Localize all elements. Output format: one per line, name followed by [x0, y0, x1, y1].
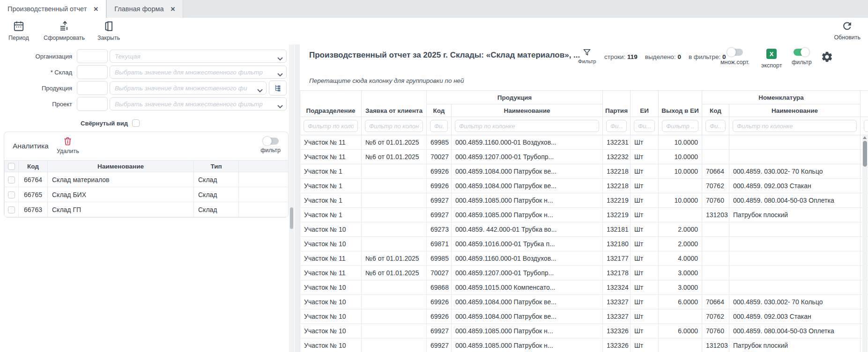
organization-input[interactable]: [110, 50, 287, 63]
chevron-down-icon[interactable]: [277, 70, 283, 79]
tab-production-report[interactable]: Производственный отчет ✕: [0, 0, 106, 18]
project-code-input[interactable]: [77, 97, 108, 111]
column-header-pcode[interactable]: Код: [427, 104, 452, 117]
filter-input-unit[interactable]: [634, 120, 655, 132]
column-header-pname[interactable]: Наименование: [452, 104, 603, 117]
column-header-unit[interactable]: ЕИ: [631, 91, 659, 117]
report-row[interactable]: Участок № 1069926000.4859.1084.000 Патру…: [300, 295, 868, 309]
report-row[interactable]: Участок № 169926000.4859.1084.000 Патруб…: [300, 164, 868, 179]
report-row[interactable]: Участок № 1069927000.4859.1085.000 Патру…: [300, 338, 868, 352]
report-row[interactable]: Участок № 169927000.4859.1085.000 Патруб…: [300, 193, 868, 208]
excel-export-icon[interactable]: X: [766, 49, 777, 59]
column-header-name[interactable]: Наименование: [48, 161, 194, 172]
column-header-ncode[interactable]: Код: [702, 104, 729, 117]
cell-order: [362, 179, 427, 193]
report-scrollbar[interactable]: [862, 134, 868, 352]
report-row[interactable]: Участок № 1069927000.4859.1085.000 Патру…: [300, 324, 868, 338]
column-header-batch[interactable]: Партия: [603, 91, 631, 117]
cell-ncode: [702, 266, 729, 280]
report-row[interactable]: Участок № 11№6 от 01.01.202569985000.485…: [300, 135, 868, 150]
report-row[interactable]: Участок № 11№6 от 01.01.202570027000.485…: [300, 266, 868, 280]
column-header-order[interactable]: Заявка от клиента: [362, 91, 427, 117]
column-header-dept[interactable]: Подразделение: [300, 91, 362, 117]
delete-button[interactable]: Удалить: [57, 136, 79, 154]
scrollbar-thumb[interactable]: [290, 207, 293, 229]
filter-input-extra[interactable]: [864, 120, 868, 132]
chevron-down-icon[interactable]: [277, 102, 283, 110]
cell-nname: 000.4859. 080.004-50-03 Оплетка: [729, 324, 861, 338]
filter-input-batch[interactable]: [606, 120, 627, 132]
close-tab-icon[interactable]: ✕: [171, 6, 176, 13]
chevron-down-icon[interactable]: [257, 86, 263, 95]
tab-main-form[interactable]: Главная форма ✕: [106, 0, 183, 18]
analytics-row[interactable]: 66763Склад ГПСклад: [5, 202, 289, 217]
report-row[interactable]: Участок № 1069273000.4859. 442.000-01 Тр…: [300, 222, 868, 237]
analytics-row[interactable]: 66764Склад материаловСклад: [5, 172, 289, 187]
organization-code-input[interactable]: [77, 49, 108, 63]
report-row[interactable]: Участок № 11№6 от 01.01.202569985000.485…: [300, 251, 868, 266]
filter-input-dept[interactable]: [304, 120, 358, 132]
scrollbar-thumb[interactable]: [863, 141, 867, 167]
row-checkbox[interactable]: [8, 176, 15, 183]
filter-cell-nname: [729, 117, 861, 135]
filter-button[interactable]: Фильтр: [578, 48, 596, 64]
product-code-input[interactable]: [77, 81, 108, 95]
generate-button[interactable]: Сформировать: [44, 20, 85, 41]
report-row[interactable]: Участок № 1069871000.4859.1016.000-01 Тр…: [300, 237, 868, 251]
cell-pcode: 69927: [427, 338, 452, 352]
row-checkbox[interactable]: [8, 191, 15, 198]
cell-nname: 000.4859. 092.003 Стакан: [729, 309, 861, 324]
report-row[interactable]: Участок № 1069926000.4859.1084.000 Патру…: [300, 309, 868, 324]
close-report-button[interactable]: Закрыть: [97, 20, 120, 41]
filter-cell-batch: [603, 117, 631, 135]
cell-ncode: [702, 150, 729, 164]
row-checkbox[interactable]: [8, 206, 15, 213]
form-row-warehouse: * Склад: [3, 65, 287, 79]
column-header-extra[interactable]: [861, 91, 868, 117]
report-row[interactable]: Участок № 11№6 от 01.01.202570027000.485…: [300, 150, 868, 164]
grid-filter-toggle[interactable]: [794, 49, 809, 56]
column-header-type[interactable]: Тип: [194, 161, 239, 172]
filter-input-pcode[interactable]: [430, 120, 448, 132]
collapsed-view-checkbox[interactable]: [132, 119, 140, 127]
filter-input-order[interactable]: [365, 120, 423, 132]
period-button[interactable]: Период: [8, 20, 29, 41]
refresh-button[interactable]: Обновить: [834, 20, 861, 41]
hierarchy-tree-button[interactable]: [269, 81, 287, 95]
left-panel-scrollbar[interactable]: [289, 44, 294, 352]
column-header-output[interactable]: Выход в ЕИ: [659, 91, 702, 117]
filter-input-nname[interactable]: [733, 120, 857, 132]
cell-dept: Участок № 10: [300, 295, 362, 309]
filter-input-output[interactable]: [662, 120, 698, 132]
cell-order: [362, 237, 427, 251]
select-all-checkbox[interactable]: [8, 163, 15, 170]
analytics-filter-toggle[interactable]: [263, 138, 279, 145]
filter-input-ncode[interactable]: [705, 120, 726, 132]
close-tab-icon[interactable]: ✕: [93, 6, 98, 13]
column-header-nname[interactable]: Наименование: [729, 104, 861, 117]
multisort-toggle[interactable]: [727, 49, 743, 56]
column-header-code[interactable]: Код: [19, 161, 48, 172]
report-row[interactable]: Участок № 169927000.4859.1085.000 Патруб…: [300, 208, 868, 222]
filter-cell-ncode: [702, 117, 729, 135]
select-all-cell: [5, 161, 19, 172]
settings-gear-icon[interactable]: [821, 51, 833, 65]
chevron-down-icon[interactable]: [277, 54, 283, 63]
scroll-up-icon[interactable]: [863, 136, 867, 139]
filter-input-pname[interactable]: [455, 120, 599, 132]
warehouse-code-input[interactable]: [77, 65, 108, 79]
cell-nname: [729, 266, 861, 280]
cell-pcode: 69926: [427, 309, 452, 324]
cell-pcode: 69927: [427, 193, 452, 208]
product-input[interactable]: [110, 81, 267, 95]
report-row[interactable]: Участок № 1069868000.4859.1015.000 Компе…: [300, 280, 868, 295]
cell-order: [362, 193, 427, 208]
cell-ncode: 131203: [702, 208, 729, 222]
analytics-row[interactable]: 66765Склад БИХСклад: [5, 187, 289, 202]
report-row[interactable]: Участок № 169926000.4859.1084.000 Патруб…: [300, 179, 868, 193]
warehouse-input[interactable]: [110, 66, 287, 79]
cell-output: 10.0000: [659, 135, 702, 150]
cell-order: [362, 309, 427, 324]
cell-unit: Шт: [631, 251, 659, 266]
project-input[interactable]: [110, 97, 287, 110]
